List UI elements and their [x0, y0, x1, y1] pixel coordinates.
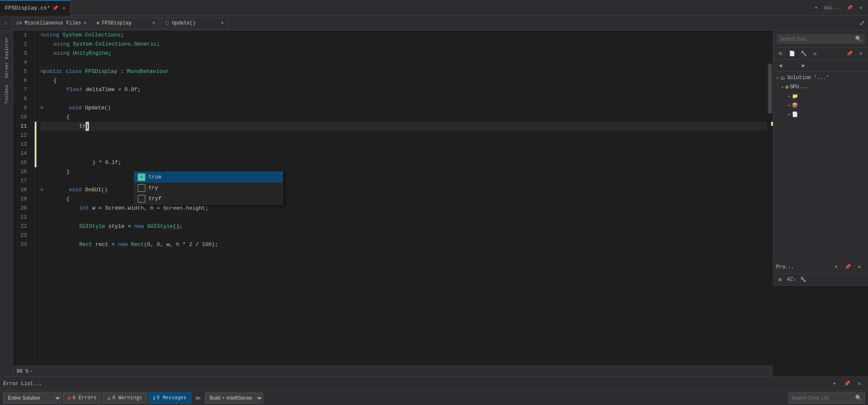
search-error-list-wrapper[interactable]: 🔍: [789, 393, 865, 403]
grid-icon[interactable]: ⊞: [774, 275, 785, 284]
update-dropdown-arrow: ▾: [221, 20, 224, 26]
nav-expand-icon[interactable]: ↕: [5, 21, 7, 26]
back-btn[interactable]: ◀: [775, 60, 786, 70]
toolbox-label[interactable]: Toolbox: [2, 82, 11, 107]
error-list-close[interactable]: ✕: [854, 379, 865, 389]
warning-icon: ⚠: [107, 395, 110, 402]
collapse-all-btn[interactable]: ⊟: [775, 48, 786, 58]
tree-gpu[interactable]: ▸ ⚙ GPU...: [773, 82, 868, 92]
errors-btn[interactable]: ⊗ 0 Errors: [63, 393, 101, 403]
az-icon[interactable]: AZ↓: [786, 275, 797, 284]
code-line-4: [41, 58, 767, 67]
info-icon: ℹ: [153, 395, 155, 402]
solution-tree: ▸ 🗂 Solution '...' ▸ ⚙ GPU... ▸ 📁 ▸ 📦: [773, 72, 868, 260]
tree-arrow-gpu: ▸: [782, 85, 784, 89]
warnings-btn[interactable]: ⚠ 0 Warnings: [103, 393, 146, 403]
item-3-icon: 📄: [792, 111, 798, 118]
solution-filter-select[interactable]: Entire Solution: [3, 393, 61, 403]
settings-icon[interactable]: 🔧: [798, 275, 808, 284]
tree-arrow-solution: ▸: [777, 76, 779, 80]
search-solution-input[interactable]: [779, 36, 854, 42]
update-dropdown[interactable]: ⬡ Update() ▾: [161, 17, 228, 29]
main-area: Server Explorer Toolbox 1 2 3 4 5 6 7 8 …: [0, 31, 868, 376]
autocomplete-dropdown[interactable]: ≡ true □ try □ tryf: [134, 171, 283, 205]
fps-icon: ⚙: [96, 20, 99, 26]
forward-btn[interactable]: ▶: [798, 60, 809, 70]
search-solution-icon[interactable]: 🔍: [855, 36, 862, 42]
code-line-14: [41, 149, 767, 158]
messages-btn[interactable]: ℹ 0 Messages: [149, 393, 191, 403]
error-list-more-btn[interactable]: ≫: [193, 393, 204, 403]
vertical-scrollbar[interactable]: [767, 31, 773, 366]
server-explorer-label[interactable]: Server Explorer: [2, 34, 11, 82]
build-filter-select[interactable]: Build + IntelliSense: [205, 393, 263, 403]
misc-dropdown-arrow: ▾: [84, 20, 86, 26]
tree-item-2[interactable]: ▸ 📦: [773, 101, 868, 110]
autocomplete-item-true[interactable]: ≡ true: [134, 172, 283, 183]
ln-7: 7: [13, 85, 30, 94]
search-solution-input-wrapper[interactable]: 🔍: [777, 34, 865, 44]
code-line-22: GUIStyle style = new GUIStyle();: [41, 222, 767, 231]
props-close-btn[interactable]: ✕: [854, 262, 865, 272]
tab-close-icon[interactable]: ✕: [62, 5, 65, 11]
code-line-23: [41, 231, 767, 240]
misc-files-dropdown[interactable]: C# Miscellaneous Files ▾: [13, 17, 90, 29]
properties-title: Pro...: [776, 264, 794, 270]
pin-solution-btn[interactable]: 📌: [844, 48, 855, 58]
tree-arrow-3: ▸: [788, 112, 790, 117]
code-content[interactable]: ⊟ using System.Collections; using System…: [35, 31, 767, 366]
props-dropdown-arrow[interactable]: ▾: [831, 262, 842, 272]
code-line-24: Rect rect = new Rect(0, 0, w, h * 2 / 10…: [41, 240, 767, 249]
code-line-3: using UnityEngine;: [41, 49, 767, 58]
ln-23: 23: [13, 231, 30, 240]
autocomplete-tryf-icon: □: [138, 195, 145, 202]
show-all-files-btn[interactable]: 📄: [786, 48, 797, 58]
yellow-indicator-12: [35, 131, 36, 140]
ln-22: 22: [13, 222, 30, 231]
nav-arrows-row: ◀ | ▶: [773, 60, 868, 72]
autocomplete-item-try[interactable]: □ try: [134, 183, 283, 193]
tree-item-1[interactable]: ▸ 📁: [773, 92, 868, 101]
error-list-dropdown[interactable]: ▾: [829, 379, 840, 389]
tab-pin-icon[interactable]: 📌: [53, 5, 58, 11]
tab-fpsdisplay[interactable]: FPSDisplay.cs* 📌 ✕: [0, 0, 71, 16]
zoom-dropdown-arrow[interactable]: ▾: [30, 369, 32, 374]
props-pin-btn[interactable]: 📌: [842, 262, 853, 272]
fpsdisplay-label: FPSDisplay: [102, 20, 132, 26]
zoom-value: 90 %: [17, 369, 29, 374]
fps-dropdown-arrow: ▾: [152, 20, 155, 26]
error-list-pin[interactable]: 📌: [842, 379, 852, 389]
properties-btn[interactable]: 🔧: [798, 48, 809, 58]
pin-btn[interactable]: 📌: [844, 4, 855, 11]
ln-4: 4: [13, 58, 30, 67]
autocomplete-item-tryf[interactable]: □ tryf: [134, 193, 283, 204]
ln-2: 2: [13, 40, 30, 49]
update-label: Update(): [172, 20, 196, 26]
scrollbar-highlight: [771, 122, 773, 126]
zoom-indicator[interactable]: 90 % ▾: [13, 366, 36, 377]
code-line-9: ⊟ void Update(): [41, 104, 767, 113]
tree-item-3[interactable]: ▸ 📄: [773, 110, 868, 119]
nav-expand-right-icon[interactable]: ⤢: [859, 19, 865, 27]
warnings-label: 0 Warnings: [112, 395, 142, 401]
refresh-btn[interactable]: ↻: [810, 48, 820, 58]
search-error-icon[interactable]: 🔍: [855, 395, 862, 401]
dropdown-arrow[interactable]: ▾: [812, 4, 820, 11]
item-2-icon: 📦: [792, 102, 798, 108]
code-line-12: [41, 131, 767, 140]
tree-solution-root[interactable]: ▸ 🗂 Solution '...': [773, 73, 868, 82]
code-line-7: float deltaTime = 0.0f;: [41, 85, 767, 94]
close-panel-btn[interactable]: ✕: [857, 4, 865, 11]
search-error-list-input[interactable]: [791, 395, 854, 401]
right-panel-wrapper: 🔍 ⊟ 📄 🔧 ↻ 📌 ✕ ◀ | ▶: [773, 31, 868, 376]
ln-17: 17: [13, 176, 30, 186]
left-sidebar: Server Explorer Toolbox: [0, 31, 13, 376]
close-solution-btn[interactable]: ✕: [856, 48, 866, 58]
ln-18: 18: [13, 186, 30, 195]
search-solution-bar: 🔍: [773, 31, 868, 48]
nav-bar: ↕ C# Miscellaneous Files ▾ ⚙ FPSDisplay …: [0, 16, 868, 31]
fpsdisplay-dropdown[interactable]: ⚙ FPSDisplay ▾: [93, 17, 159, 29]
ln-21: 21: [13, 213, 30, 222]
scrollbar-thumb[interactable]: [768, 64, 772, 113]
cs-icon: C#: [17, 21, 22, 26]
